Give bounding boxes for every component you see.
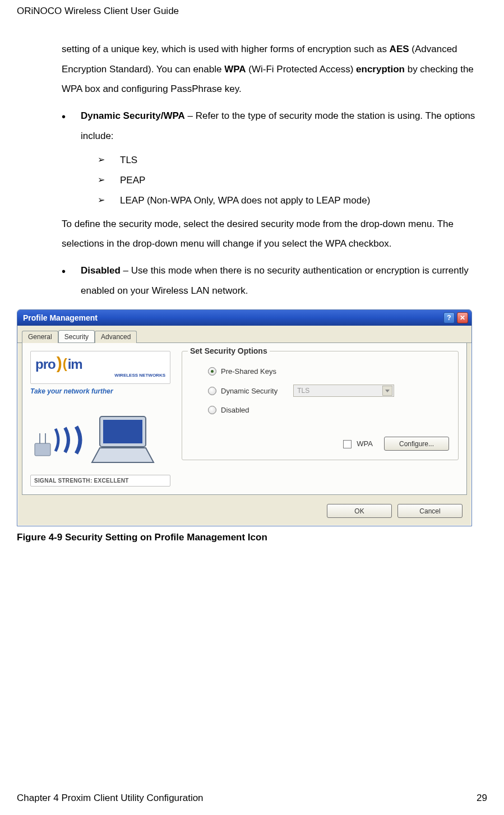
group-actions: WPA Configure... <box>191 437 449 451</box>
bullet-dot-icon: • <box>62 261 81 305</box>
right-pane: Set Security Options Pre-Shared Keys Dyn… <box>182 351 459 487</box>
checkbox-icon[interactable] <box>343 440 352 448</box>
figure-screenshot: Profile Management ? ✕ General Security … <box>17 309 487 543</box>
logo-right: im <box>68 356 82 372</box>
footer-chapter: Chapter 4 Proxim Client Utility Configur… <box>17 793 204 804</box>
left-pane: pro)(im WIRELESS NETWORKS Take your netw… <box>30 351 170 487</box>
ok-button[interactable]: OK <box>327 504 392 518</box>
radio-label: Dynamic Security <box>221 387 278 395</box>
wpa-term: WPA <box>224 64 246 75</box>
radio-label: Disabled <box>221 406 249 414</box>
tab-advanced[interactable]: Advanced <box>95 331 137 343</box>
logo-subtitle: WIRELESS NETWORKS <box>35 373 165 378</box>
bullet-text: – Use this mode when there is no securit… <box>81 265 469 296</box>
laptop-icon <box>86 414 159 465</box>
dialog-titlebar[interactable]: Profile Management ? ✕ <box>17 310 471 326</box>
svg-rect-4 <box>103 420 142 443</box>
chevron-down-icon[interactable] <box>382 386 392 396</box>
figure-caption: Figure 4-9 Security Setting on Profile M… <box>17 532 487 543</box>
sub-item-peap: ➢ PEAP <box>98 170 487 191</box>
logo-left: pro <box>35 356 56 372</box>
bullet-title: Dynamic Security/WPA <box>81 110 185 121</box>
arrow-icon: ➢ <box>98 150 120 170</box>
svg-rect-1 <box>45 433 46 443</box>
wpa-checkbox-wrap[interactable]: WPA <box>343 439 373 448</box>
radio-dynamic-security[interactable]: Dynamic Security TLS <box>208 385 449 397</box>
security-mode-combo[interactable]: TLS <box>293 385 394 397</box>
signal-strength-bar: SIGNAL STRENGTH: EXCELLENT <box>30 475 170 487</box>
encryption-term: encryption <box>356 64 405 75</box>
dialog-button-row: OK Cancel <box>17 499 471 526</box>
radio-icon[interactable] <box>208 387 216 395</box>
logo-curve-icon: ) <box>57 354 62 373</box>
router-icon <box>33 433 53 458</box>
page-footer: Chapter 4 Proxim Client Utility Configur… <box>17 793 487 804</box>
intro-text: setting of a unique key, which is used w… <box>62 44 390 54</box>
cancel-button[interactable]: Cancel <box>397 504 463 518</box>
tagline: Take your network further <box>30 387 170 395</box>
brand-box: pro)(im WIRELESS NETWORKS <box>30 351 170 384</box>
close-icon[interactable]: ✕ <box>457 312 468 323</box>
bullet-after-text: To define the security mode, select the … <box>62 214 487 254</box>
profile-management-dialog: Profile Management ? ✕ General Security … <box>17 309 472 526</box>
bullet-disabled: • Disabled – Use this mode when there is… <box>62 261 487 305</box>
svg-rect-2 <box>35 443 50 456</box>
bullet-dot-icon: • <box>62 106 81 210</box>
help-icon[interactable]: ? <box>443 312 455 323</box>
bullet-title: Disabled <box>81 265 121 276</box>
radio-disabled[interactable]: Disabled <box>208 406 449 414</box>
radio-pre-shared-keys[interactable]: Pre-Shared Keys <box>208 367 449 376</box>
arrow-icon: ➢ <box>98 191 120 211</box>
tab-panel-security: pro)(im WIRELESS NETWORKS Take your netw… <box>22 343 467 495</box>
wpa-checkbox-label: WPA <box>357 439 373 448</box>
logo-curve-icon: ( <box>63 356 67 372</box>
radio-label: Pre-Shared Keys <box>221 367 276 376</box>
group-title: Set Security Options <box>188 346 270 355</box>
radio-icon[interactable] <box>208 406 216 414</box>
guide-title: ORiNOCO Wireless Client User Guide <box>17 6 487 17</box>
configure-button[interactable]: Configure... <box>384 437 449 451</box>
sub-item-tls: ➢ TLS <box>98 150 487 170</box>
signal-label: SIGNAL STRENGTH: <box>34 478 93 484</box>
combo-value: TLS <box>297 387 309 395</box>
svg-marker-5 <box>92 448 154 462</box>
intro-text-3: (Wi-Fi Protected Access) <box>246 64 356 75</box>
bullet-dynamic-security: • Dynamic Security/WPA – Refer to the ty… <box>62 106 487 210</box>
sub-text: LEAP (Non-WPA Only, WPA does not apply t… <box>120 191 487 211</box>
proxim-logo: pro)(im <box>35 355 165 374</box>
signal-waves-icon <box>53 423 86 457</box>
tab-strip: General Security Advanced <box>17 326 471 343</box>
intro-paragraph: setting of a unique key, which is used w… <box>62 39 487 99</box>
signal-value: EXCELLENT <box>94 478 129 484</box>
sub-item-leap: ➢ LEAP (Non-WPA Only, WPA does not apply… <box>98 191 487 211</box>
svg-marker-6 <box>385 390 390 392</box>
tab-security[interactable]: Security <box>58 330 95 342</box>
sub-text: PEAP <box>120 170 487 191</box>
dialog-title: Profile Management <box>23 313 98 322</box>
arrow-icon: ➢ <box>98 170 120 191</box>
tab-general[interactable]: General <box>22 331 58 343</box>
footer-page-number: 29 <box>477 793 487 804</box>
svg-rect-0 <box>39 433 40 443</box>
security-options-group: Set Security Options Pre-Shared Keys Dyn… <box>182 351 459 460</box>
body-content: setting of a unique key, which is used w… <box>62 39 487 305</box>
sub-text: TLS <box>120 150 487 170</box>
aes-term: AES <box>390 44 409 54</box>
illustration <box>30 409 170 470</box>
radio-icon[interactable] <box>208 367 216 376</box>
